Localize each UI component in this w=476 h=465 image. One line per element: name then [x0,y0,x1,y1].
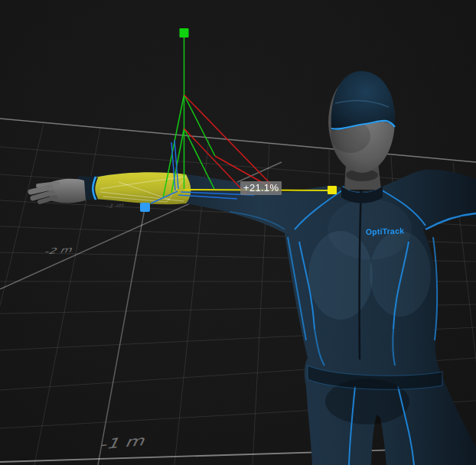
optitrack-logo: OptiTrack [366,226,405,236]
mocap-actor-model[interactable]: OptiTrack [0,0,476,465]
gizmo-handle-yellow[interactable] [328,186,337,194]
selected-forearm-segment[interactable] [92,172,191,204]
hand[interactable] [31,179,86,203]
gizmo-handle-green[interactable] [180,28,189,37]
mocap-suit-body[interactable] [83,170,476,465]
3d-viewport[interactable]: -2 m -1 m -1 m [0,0,476,465]
scale-percentage-readout: +21.1% [240,181,282,195]
gizmo-handle-blue[interactable] [140,203,150,212]
